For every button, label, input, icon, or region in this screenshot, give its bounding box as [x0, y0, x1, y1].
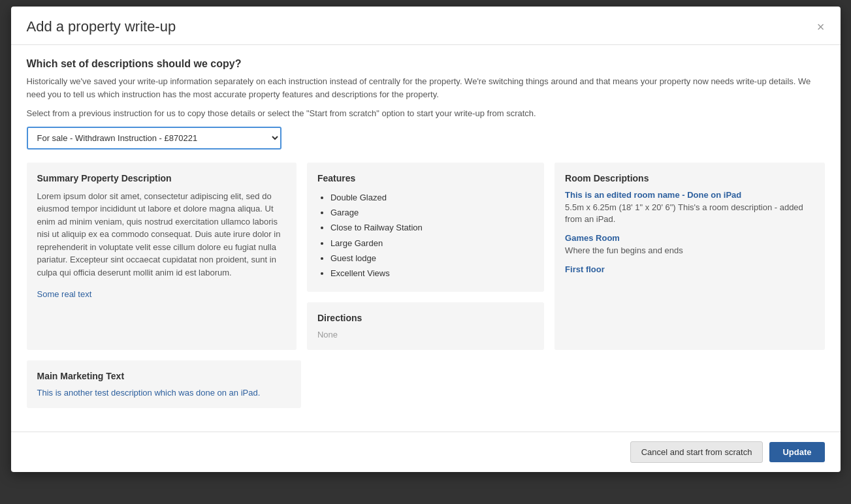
room-desc-1: Where the fun begins and ends — [565, 245, 814, 257]
room-entry-1: Games Room Where the fun begins and ends — [565, 233, 814, 257]
feature-item-4: Guest lodge — [330, 251, 534, 266]
feature-item-0: Double Glazed — [330, 190, 534, 205]
update-button[interactable]: Update — [769, 442, 824, 462]
directions-card-body: None — [317, 330, 534, 339]
room-entry-2: First floor — [565, 264, 814, 274]
feature-item-2: Close to Railway Station — [330, 220, 534, 235]
feature-item-5: Excellent Views — [330, 266, 534, 281]
modal-header: Add a property write-up × — [11, 7, 841, 45]
summary-card: Summary Property Description Lorem ipsum… — [27, 163, 297, 350]
directions-card: Directions None — [307, 302, 544, 350]
cancel-button[interactable]: Cancel and start from scratch — [630, 441, 763, 463]
features-list: Double Glazed Garage Close to Railway St… — [317, 190, 534, 281]
overlay: Add a property write-up × Which set of d… — [0, 0, 851, 504]
feature-item-1: Garage — [330, 205, 534, 220]
room-desc-0: 5.5m x 6.25m (18' 1" x 20' 6") This's a … — [565, 202, 814, 225]
close-button[interactable]: × — [817, 20, 825, 33]
modal-body: Which set of descriptions should we copy… — [11, 45, 841, 432]
room-name-0: This is an edited room name - Done on iP… — [565, 190, 814, 200]
features-card: Features Double Glazed Garage Close to R… — [307, 163, 544, 292]
modal-footer: Cancel and start from scratch Update — [11, 432, 841, 472]
features-card-title: Features — [317, 173, 534, 183]
directions-card-title: Directions — [317, 313, 534, 323]
section-title: Which set of descriptions should we copy… — [27, 58, 825, 70]
modal: Add a property write-up × Which set of d… — [11, 7, 841, 472]
description-para2: Select from a previous instruction for u… — [27, 107, 825, 120]
main-marketing-card: Main Marketing Text This is another test… — [27, 360, 301, 408]
cards-row-2: Main Marketing Text This is another test… — [27, 360, 825, 408]
select-wrapper: For sale - Withdrawn Instruction - £8702… — [27, 127, 825, 150]
main-marketing-title: Main Marketing Text — [37, 371, 291, 381]
room-entry-0: This is an edited room name - Done on iP… — [565, 190, 814, 225]
room-name-1: Games Room — [565, 233, 814, 243]
cards-row-1: Summary Property Description Lorem ipsum… — [27, 163, 825, 350]
summary-card-extra: Some real text — [37, 289, 286, 299]
description-para1: Historically we've saved your write-up i… — [27, 75, 825, 101]
main-marketing-body: This is another test description which w… — [37, 388, 291, 398]
room-name-2: First floor — [565, 264, 814, 274]
modal-title: Add a property write-up — [27, 18, 176, 35]
features-directions-column: Features Double Glazed Garage Close to R… — [307, 163, 544, 350]
rooms-card-title: Room Descriptions — [565, 173, 814, 183]
summary-card-body: Lorem ipsum dolor sit amet, consectetur … — [37, 190, 286, 279]
feature-item-3: Large Garden — [330, 236, 534, 251]
rooms-card: Room Descriptions This is an edited room… — [554, 163, 824, 350]
summary-card-title: Summary Property Description — [37, 173, 286, 183]
spacer — [312, 360, 825, 408]
instruction-select[interactable]: For sale - Withdrawn Instruction - £8702… — [27, 127, 281, 150]
